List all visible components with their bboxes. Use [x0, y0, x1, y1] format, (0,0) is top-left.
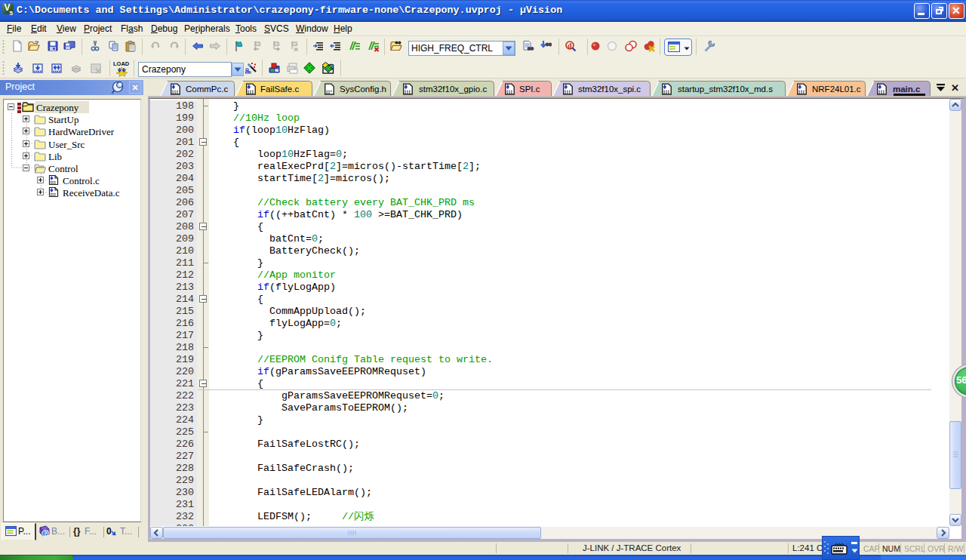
svg-text:LOAD: LOAD	[113, 60, 130, 67]
svg-text:?: ?	[44, 530, 48, 537]
svg-text:d: d	[568, 42, 572, 50]
